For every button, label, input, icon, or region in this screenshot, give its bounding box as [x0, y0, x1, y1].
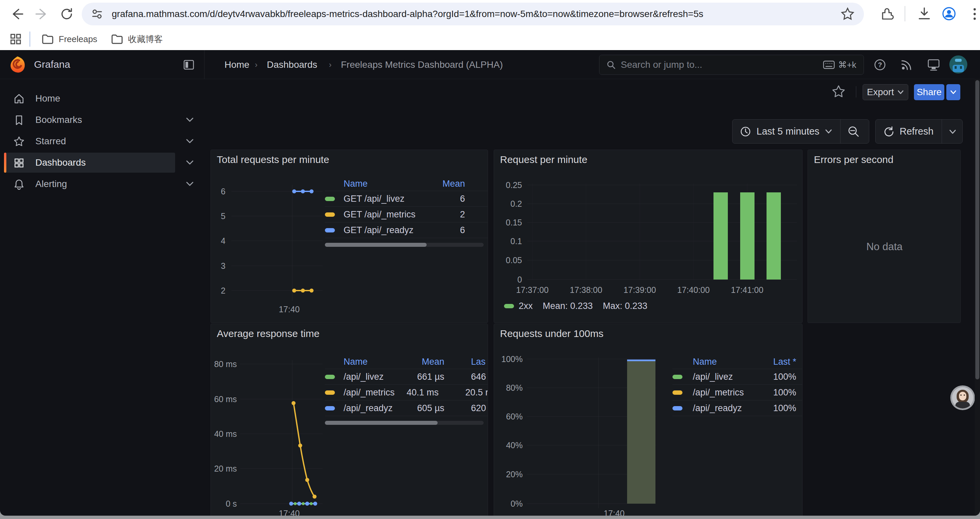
series-mean: 661 µs [401, 372, 444, 382]
series-name[interactable]: /api/_livez [693, 372, 763, 382]
bookmark-folder-freeleaps[interactable]: Freeleaps [41, 31, 97, 48]
sidebar-item-dashboards[interactable]: Dashboards [0, 153, 200, 172]
star-icon [13, 136, 25, 147]
legend-row-livez[interactable]: GET /api/_livez 6 [325, 191, 488, 206]
page-scrollbar-thumb[interactable] [975, 80, 979, 379]
sidebar-item-alerting[interactable]: Alerting [0, 175, 200, 193]
export-button[interactable]: Export [862, 84, 908, 100]
back-icon[interactable] [10, 7, 24, 21]
series-color-pill [673, 406, 682, 410]
panel-requests-under-100ms[interactable]: Requests under 100ms 100% 80% 60% 40% 20… [494, 324, 803, 516]
series-name[interactable]: /api/_metrics [693, 387, 763, 398]
zoom-out-icon[interactable] [847, 125, 860, 138]
forward-icon[interactable] [35, 7, 49, 21]
panel-total-requests[interactable]: Total requests per minute 6 5 [210, 150, 488, 323]
legend-header-last[interactable]: Last * [763, 357, 803, 367]
search-shortcut: ⌘+k [838, 60, 856, 70]
browser-menu-icon[interactable] [968, 7, 980, 21]
bookmark-star-icon[interactable] [841, 7, 854, 21]
legend-row-metrics[interactable]: /api/_metrics 100% [673, 385, 803, 400]
site-settings-icon[interactable] [91, 7, 104, 21]
url-text[interactable]: grafana.mathmast.com/d/deytv4rwavabkb/fr… [112, 9, 841, 19]
legend-header-mean[interactable]: Mean [401, 357, 444, 367]
series-name[interactable]: GET /api/_livez [344, 194, 435, 204]
series-name[interactable]: /api/_livez [344, 372, 401, 382]
series-name[interactable]: 2xx [519, 301, 533, 311]
share-menu-button[interactable] [946, 84, 960, 100]
downloads-icon[interactable] [916, 6, 932, 21]
sidebar-item-label: Alerting [35, 179, 67, 189]
y-tick: 0% [494, 498, 523, 509]
panel-title[interactable]: Errors per second [814, 154, 893, 165]
legend-inline[interactable]: 2xx Mean: 0.233 Max: 0.233 [504, 301, 648, 311]
series-name[interactable]: GET /api/_readyz [344, 225, 435, 235]
series-color-pill [673, 390, 682, 395]
legend-scrollbar[interactable] [325, 421, 484, 425]
help-icon[interactable]: ? [873, 58, 886, 72]
url-bar[interactable]: grafana.mathmast.com/d/deytv4rwavabkb/fr… [82, 3, 864, 26]
legend-header-name[interactable]: Name [344, 179, 435, 189]
sidebar-item-starred[interactable]: Starred [0, 132, 200, 151]
sidebar-item-label: Dashboards [35, 157, 86, 168]
search-input[interactable]: Search or jump to... ⌘+k [599, 55, 864, 75]
user-avatar[interactable] [949, 56, 967, 73]
x-tick: 17:38:00 [563, 285, 609, 295]
legend-row-metrics[interactable]: GET /api/_metrics 2 [325, 206, 488, 222]
legend-row-readyz[interactable]: GET /api/_readyz 6 [325, 222, 488, 238]
series-mean: 6 [435, 225, 488, 235]
breadcrumb-home[interactable]: Home [224, 59, 250, 70]
panel-average-response-time[interactable]: Average response time [210, 324, 488, 516]
legend-header-mean[interactable]: Mean [435, 179, 488, 189]
favorite-dashboard-icon[interactable] [831, 84, 846, 99]
series-metrics-curve [291, 401, 317, 498]
series-name[interactable]: /api/_readyz [344, 403, 401, 414]
news-rss-icon[interactable] [900, 58, 913, 72]
search-icon [606, 60, 616, 70]
display-icon[interactable] [927, 58, 941, 72]
profile-icon[interactable] [941, 6, 957, 21]
panel-errors-per-second[interactable]: Errors per second No data [808, 150, 961, 323]
series-name[interactable]: GET /api/_metrics [344, 209, 435, 220]
series-max: Max: 0.233 [603, 301, 648, 311]
grafana-brand[interactable]: Grafana [34, 59, 70, 70]
reload-icon[interactable] [59, 7, 74, 21]
sidebar-item-home[interactable]: Home [0, 89, 200, 108]
chevron-down-icon[interactable] [949, 129, 956, 134]
extensions-icon[interactable] [879, 6, 895, 21]
bookmark-folder-blogs[interactable]: 收藏博客 [111, 31, 163, 48]
grafana-logo[interactable] [9, 56, 26, 73]
legend-row-readyz[interactable]: /api/_readyz 605 µs 620 [325, 400, 488, 416]
series-last: 620 [471, 403, 486, 414]
sidebar-item-label: Bookmarks [35, 115, 82, 125]
sidebar-item-bookmarks[interactable]: Bookmarks [0, 110, 200, 129]
page-scrollbar[interactable] [975, 79, 980, 516]
time-range-picker[interactable]: Last 5 minutes [732, 119, 869, 144]
legend-header-name[interactable]: Name [693, 357, 763, 367]
legend-scrollbar[interactable] [325, 243, 484, 247]
y-tick: 20% [494, 469, 523, 479]
legend-row-readyz[interactable]: /api/_readyz 100% [673, 400, 803, 416]
legend-row-livez[interactable]: /api/_livez 100% [673, 369, 803, 385]
apps-grid-icon[interactable] [10, 33, 22, 45]
refresh-divider [942, 120, 942, 143]
breadcrumb-dashboards[interactable]: Dashboards [267, 59, 317, 70]
series-last: 646 [471, 372, 486, 382]
refresh-button[interactable]: Refresh [875, 119, 963, 144]
legend-header-name[interactable]: Name [344, 357, 401, 367]
y-tick: 2 [211, 286, 226, 295]
chevron-down-icon [897, 90, 904, 94]
legend-header-last[interactable]: Las [471, 357, 486, 367]
series-name[interactable]: /api/_readyz [693, 403, 763, 414]
folder-icon [41, 34, 54, 45]
toolbar-divider [905, 6, 905, 21]
series-name[interactable]: /api/_metrics [344, 387, 398, 398]
share-button[interactable]: Share [914, 84, 944, 100]
assistant-avatar-widget[interactable] [950, 385, 975, 410]
series-color-pill [325, 375, 335, 379]
panel-request-per-minute[interactable]: Request per minute 0.25 [494, 150, 803, 323]
y-tick: 40% [494, 440, 523, 450]
legend-row-metrics[interactable]: /api/_metrics 40.1 ms 20.5 r [325, 385, 488, 400]
sidebar-toggle-icon[interactable] [183, 59, 195, 71]
y-tick: 4 [211, 236, 226, 246]
legend-row-livez[interactable]: /api/_livez 661 µs 646 [325, 369, 488, 385]
